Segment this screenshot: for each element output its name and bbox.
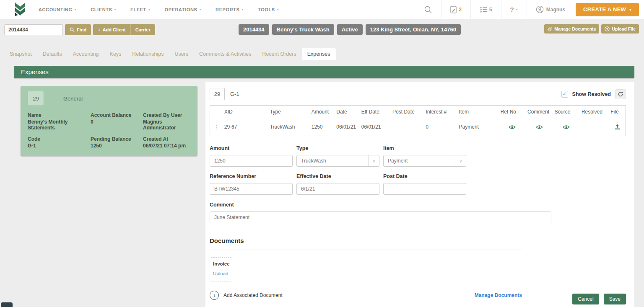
field-value: Benny's Monthly Statements: [28, 119, 91, 131]
manage-documents-link[interactable]: Manage Documents: [475, 292, 522, 298]
expense-detail-panel: 29 G-1 ✓ Show Resolved: [205, 82, 634, 307]
comment-view-button[interactable]: [526, 125, 553, 129]
col-file: File: [609, 109, 626, 115]
ref-no-view-button[interactable]: [499, 125, 526, 129]
type-select-value[interactable]: [296, 155, 379, 167]
manage-documents-button[interactable]: Manage Documents: [544, 24, 599, 34]
client-search-input[interactable]: [4, 24, 63, 35]
find-button[interactable]: Find: [65, 24, 91, 35]
pending-documents-button[interactable]: 2: [441, 0, 470, 19]
add-associated-document-label: Add Associated Document: [223, 292, 283, 298]
add-client-button[interactable]: + Add Client: [93, 24, 130, 35]
chevron-down-icon: ▾: [277, 8, 279, 11]
invoice-document-slot: Invoice Upload: [210, 257, 232, 281]
search-icon: [424, 5, 432, 14]
comment-group: Comment: [210, 202, 626, 223]
menu-reports[interactable]: REPORTS ▾: [216, 7, 244, 12]
manage-documents-label: Manage Documents: [554, 26, 596, 31]
account-card-general[interactable]: 29 General Name Benny's Monthly Statemen…: [21, 86, 197, 156]
upload-file-label: Upload File: [612, 26, 636, 31]
col-post-date: Post Date: [391, 109, 424, 115]
item-select-value[interactable]: [383, 155, 466, 167]
comment-input[interactable]: [210, 212, 551, 223]
effective-date-label: Effective Date: [296, 173, 379, 179]
chevron-down-icon[interactable]: ∨: [455, 155, 466, 166]
cell-xid: 29-67: [223, 124, 268, 130]
tab-snapshot[interactable]: Snapshot: [4, 48, 37, 60]
invoice-upload-link[interactable]: Upload: [213, 271, 229, 276]
field-name: Name Benny's Monthly Statements: [28, 112, 91, 131]
field-value: G-1: [28, 143, 91, 149]
eye-icon: [509, 125, 516, 129]
add-entity-group: + Add Client Carrier: [93, 24, 155, 35]
field-label: Pending Balance: [91, 136, 143, 142]
app-logo-icon[interactable]: [12, 1, 29, 18]
comment-label: Comment: [210, 202, 626, 208]
chevron-down-icon: ▾: [516, 8, 518, 11]
chevron-down-icon: ▾: [114, 8, 116, 11]
cell-eff-date: 06/01/21: [360, 124, 391, 130]
tab-accounting[interactable]: Accounting: [68, 48, 104, 60]
reference-number-input[interactable]: [210, 183, 293, 195]
save-button[interactable]: Save: [604, 294, 626, 304]
eye-icon: [536, 125, 543, 129]
type-select[interactable]: ∨: [296, 155, 379, 167]
field-label: Name: [28, 112, 91, 118]
post-date-input[interactable]: [383, 183, 466, 195]
user-menu-button[interactable]: Magnus: [527, 0, 574, 19]
menu-tools[interactable]: TOOLS ▾: [258, 7, 279, 12]
tasks-button[interactable]: 5: [470, 0, 501, 19]
field-value: 1250: [91, 143, 143, 149]
client-name-badge: Benny's Truck Wash: [272, 24, 334, 35]
tasks-count-badge: 5: [489, 7, 492, 13]
item-select[interactable]: ∨: [383, 155, 466, 167]
menu-fleet[interactable]: FLEET ▾: [130, 7, 150, 12]
col-resolved: Resolved: [580, 109, 609, 115]
add-associated-document-button[interactable]: + Add Associated Document: [210, 291, 283, 300]
global-search-button[interactable]: [415, 0, 441, 19]
amount-label: Amount: [210, 145, 293, 151]
cancel-button[interactable]: Cancel: [572, 294, 599, 304]
menu-accounting[interactable]: ACCOUNTING ▾: [39, 7, 76, 12]
chevron-down-icon[interactable]: ∨: [368, 155, 379, 166]
field-code: Code G-1: [28, 136, 91, 149]
create-a-new-label: CREATE A NEW: [583, 6, 626, 13]
detail-number-box: 29: [210, 88, 225, 100]
documents-divider: [210, 250, 522, 250]
tab-recent-orders[interactable]: Recent Orders: [257, 48, 301, 60]
plus-circle-icon: +: [210, 291, 219, 300]
expense-form-row-1: Amount Type ∨ Item ∨: [210, 145, 626, 167]
col-interest: Interest #: [424, 109, 457, 115]
field-created-at: Created At 06/07/21 07:14 pm: [143, 136, 191, 149]
menu-label: TOOLS: [258, 7, 275, 12]
tab-users[interactable]: Users: [169, 48, 194, 60]
table-row[interactable]: ⋮ 29-67 TruckWash 1250 06/01/21 06/01/21…: [210, 118, 626, 136]
main-menu: ACCOUNTING ▾ CLIENTS ▾ FLEET ▾ OPERATION…: [39, 7, 279, 12]
refresh-button[interactable]: [615, 89, 626, 99]
file-upload-button[interactable]: [609, 124, 626, 130]
reference-number-label: Reference Number: [210, 173, 293, 179]
post-date-group: Post Date: [383, 173, 466, 195]
tab-comments-activities[interactable]: Comments & Activities: [194, 48, 257, 60]
tab-expenses[interactable]: Expenses: [302, 48, 336, 60]
field-label: Account Balance: [91, 112, 143, 118]
upload-file-button[interactable]: Upload File: [601, 24, 639, 34]
col-item: Item: [457, 109, 499, 115]
add-carrier-button[interactable]: Carrier: [130, 24, 155, 35]
row-menu-icon[interactable]: ⋮: [210, 125, 223, 129]
create-a-new-button[interactable]: CREATE A NEW ▾: [576, 3, 639, 16]
tab-relationships[interactable]: Relationships: [127, 48, 169, 60]
table-header-row: XID Type Amount Date Eff Date Post Date …: [210, 106, 626, 118]
help-menu-button[interactable]: ? ▾: [501, 0, 527, 19]
amount-input[interactable]: [210, 155, 293, 167]
menu-clients[interactable]: CLIENTS ▾: [91, 7, 116, 12]
corner-widget[interactable]: [1, 302, 13, 307]
tab-keys[interactable]: Keys: [104, 48, 127, 60]
documents-title: Documents: [210, 237, 522, 244]
effective-date-input[interactable]: [296, 183, 379, 195]
show-resolved-checkbox[interactable]: ✓: [561, 91, 568, 98]
field-value: Magnus Administrator: [143, 119, 191, 131]
tab-defaults[interactable]: Defaults: [37, 48, 68, 60]
source-view-button[interactable]: [553, 125, 579, 129]
menu-operations[interactable]: OPERATIONS ▾: [165, 7, 202, 12]
